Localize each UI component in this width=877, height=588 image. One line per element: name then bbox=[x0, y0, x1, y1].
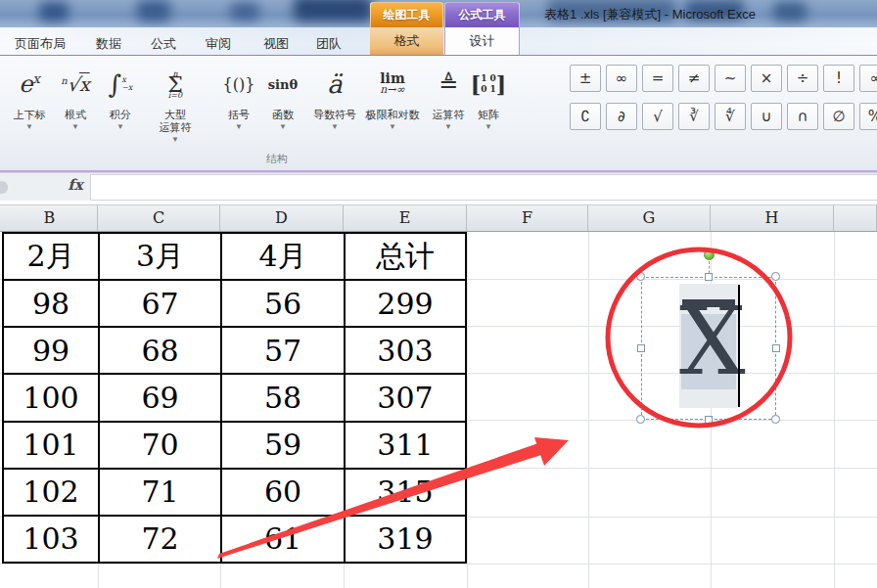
structure-label: 运算符 bbox=[425, 109, 472, 121]
table-cell[interactable]: 4月 bbox=[222, 234, 346, 279]
table-cell[interactable]: 71 bbox=[100, 470, 222, 515]
resize-handle-ne[interactable] bbox=[771, 272, 780, 281]
tab-design-active[interactable]: 设计 bbox=[444, 27, 520, 56]
table-cell[interactable]: 299 bbox=[346, 281, 465, 326]
table-cell[interactable]: 总计 bbox=[346, 234, 465, 279]
structure-label: 大型 运算符 bbox=[147, 109, 204, 134]
structure-button-matrix[interactable]: [1 00 1]矩阵▼ bbox=[468, 60, 509, 154]
table-cell[interactable]: 68 bbox=[100, 328, 222, 373]
column-header-partial[interactable] bbox=[834, 205, 877, 231]
table-cell[interactable]: 72 bbox=[100, 517, 222, 562]
resize-handle-nw[interactable] bbox=[636, 272, 645, 281]
symbol-button[interactable]: ∂ bbox=[606, 103, 637, 130]
table-cell[interactable]: 311 bbox=[346, 423, 465, 468]
function-icon: sinθ bbox=[260, 60, 305, 109]
table-cell[interactable]: 59 bbox=[222, 423, 346, 468]
table-row: 1006958307 bbox=[4, 375, 465, 422]
name-box[interactable] bbox=[0, 181, 8, 194]
table-header-row: 2月3月4月总计 bbox=[4, 234, 465, 281]
tab-2[interactable]: 数据 bbox=[92, 31, 125, 56]
symbol-button[interactable]: ∝ bbox=[859, 65, 877, 92]
symbol-button[interactable]: ∛ bbox=[678, 103, 710, 130]
structure-button-limit-log[interactable]: limn→∞极限和对数▼ bbox=[360, 60, 425, 154]
column-header-B[interactable]: B bbox=[2, 205, 98, 231]
table-cell[interactable]: 3月 bbox=[100, 234, 222, 279]
symbol-button[interactable]: ∁ bbox=[570, 103, 601, 130]
tab-3[interactable]: 公式 bbox=[147, 31, 180, 56]
desktop-blur-blob bbox=[294, 0, 372, 22]
desktop-blur-blob bbox=[773, 2, 807, 22]
table-cell[interactable]: 61 bbox=[222, 517, 346, 562]
column-header-C[interactable]: C bbox=[98, 205, 220, 231]
rotation-handle[interactable] bbox=[704, 249, 715, 260]
symbol-button[interactable]: × bbox=[751, 65, 782, 92]
tab-6[interactable]: 团队 bbox=[312, 31, 346, 56]
table-cell[interactable]: 60 bbox=[222, 470, 346, 515]
structure-button-superscript[interactable]: ex上下标▼ bbox=[4, 60, 55, 154]
table-cell[interactable]: 56 bbox=[222, 281, 346, 326]
table-cell[interactable]: 70 bbox=[100, 423, 222, 468]
symbol-button[interactable]: ∅ bbox=[823, 103, 854, 130]
table-cell[interactable]: 67 bbox=[100, 281, 222, 326]
structure-button-large-operator[interactable]: nΣi=0大型 运算符▼ bbox=[147, 60, 204, 154]
insert-function-icon[interactable]: fx bbox=[63, 176, 88, 198]
table-row: 1027160315 bbox=[4, 470, 465, 517]
column-header-D[interactable]: D bbox=[220, 205, 344, 231]
symbol-button[interactable]: % bbox=[859, 103, 877, 130]
column-header-E[interactable]: E bbox=[344, 205, 467, 231]
tab-5[interactable]: 视图 bbox=[259, 31, 293, 56]
table-cell[interactable]: 307 bbox=[346, 375, 465, 420]
bracket-icon: {()} bbox=[215, 60, 262, 109]
table-cell[interactable]: 303 bbox=[346, 328, 465, 373]
resize-handle-e[interactable] bbox=[772, 344, 780, 352]
window-title: 表格1 .xls [兼容模式] - Microsoft Exce bbox=[544, 6, 756, 23]
structure-button-operator[interactable]: ≜运算符▼ bbox=[425, 60, 472, 154]
formula-input[interactable] bbox=[90, 174, 877, 201]
symbol-button[interactable]: ~ bbox=[715, 65, 746, 92]
symbol-button[interactable]: ∪ bbox=[751, 103, 782, 130]
structure-button-function[interactable]: sinθ函数▼ bbox=[260, 60, 305, 154]
table-cell[interactable]: 319 bbox=[346, 517, 465, 562]
structure-button-bracket[interactable]: {()}括号▼ bbox=[215, 60, 262, 154]
structure-button-radical[interactable]: n√x根式▼ bbox=[55, 60, 96, 154]
symbol-button[interactable]: √ bbox=[642, 103, 673, 130]
symbol-button[interactable]: ≠ bbox=[678, 65, 710, 92]
column-header-F[interactable]: F bbox=[467, 205, 588, 231]
column-header-H[interactable]: H bbox=[711, 205, 834, 231]
resize-handle-w[interactable] bbox=[637, 344, 645, 352]
resize-handle-n[interactable] bbox=[705, 273, 713, 281]
structure-button-integral[interactable]: ∫x−x积分▼ bbox=[98, 60, 143, 154]
symbol-button[interactable]: ∩ bbox=[787, 103, 818, 130]
table-cell[interactable]: 69 bbox=[100, 375, 222, 420]
table-cell[interactable]: 100 bbox=[4, 375, 100, 420]
table-cell[interactable]: 101 bbox=[4, 423, 100, 468]
table-cell[interactable]: 58 bbox=[222, 375, 346, 420]
column-header-G[interactable]: G bbox=[588, 205, 711, 231]
table-cell[interactable]: 102 bbox=[4, 470, 100, 515]
symbol-button[interactable]: ∜ bbox=[715, 103, 746, 130]
symbol-button[interactable]: ± bbox=[570, 65, 601, 92]
table-cell[interactable]: 315 bbox=[346, 470, 465, 515]
tab-1[interactable]: 页面布局 bbox=[11, 31, 69, 56]
tab-4[interactable]: 审阅 bbox=[202, 31, 235, 56]
table-cell[interactable]: 2月 bbox=[4, 234, 100, 279]
equation-selection-box[interactable] bbox=[641, 277, 776, 420]
symbol-button[interactable]: ÷ bbox=[787, 65, 818, 92]
tab-format[interactable]: 格式 bbox=[370, 27, 443, 56]
data-table: 2月3月4月总计98675629999685730310069583071017… bbox=[2, 232, 467, 564]
chevron-down-icon: ▼ bbox=[260, 123, 305, 131]
resize-handle-s[interactable] bbox=[705, 416, 713, 424]
table-cell[interactable]: 57 bbox=[222, 328, 346, 373]
structure-label: 根式 bbox=[55, 109, 96, 121]
table-cell[interactable]: 103 bbox=[4, 517, 100, 562]
table-cell[interactable]: 99 bbox=[4, 328, 100, 373]
symbol-button[interactable]: ∞ bbox=[606, 65, 637, 92]
title-bar: 绘图工具 公式工具 表格1 .xls [兼容模式] - Microsoft Ex… bbox=[0, 0, 877, 27]
resize-handle-sw[interactable] bbox=[636, 415, 645, 424]
symbol-button[interactable]: ! bbox=[823, 65, 854, 92]
resize-handle-se[interactable] bbox=[771, 415, 780, 424]
structure-button-accent[interactable]: ä导数符号▼ bbox=[307, 60, 362, 154]
ribbon-tab-row: 页面布局数据公式审阅视图团队 格式 设计 bbox=[0, 27, 877, 56]
symbol-button[interactable]: = bbox=[642, 65, 673, 92]
table-cell[interactable]: 98 bbox=[4, 281, 100, 326]
